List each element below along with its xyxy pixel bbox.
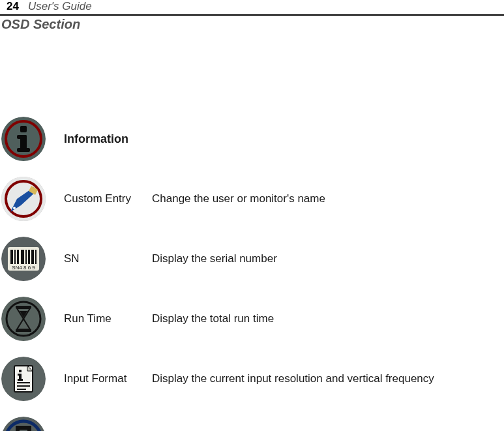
svg-rect-5: [17, 135, 27, 139]
page-header: 24 User's Guide: [0, 0, 504, 16]
svg-rect-11: [10, 250, 13, 264]
section-title: OSD Section: [0, 16, 504, 32]
svg-rect-14: [21, 250, 24, 264]
svg-text:SN4 8 6 9: SN4 8 6 9: [12, 265, 35, 271]
item-label: Input Format: [64, 372, 152, 385]
item-label: SN: [64, 252, 152, 265]
item-label: Run Time: [64, 312, 152, 325]
hourglass-icon: [1, 297, 46, 341]
row-heading: Information: [0, 117, 504, 161]
svg-rect-17: [31, 250, 34, 264]
item-desc: Display the serial number: [152, 252, 277, 265]
item-label: Custom Entry: [64, 192, 152, 205]
row-input-format: Input Format Display the current input r…: [0, 357, 504, 401]
page-number: 24: [7, 0, 19, 13]
svg-rect-31: [18, 379, 23, 381]
svg-rect-16: [28, 250, 30, 264]
section-heading: Information: [64, 132, 152, 146]
pen-icon: [1, 177, 46, 221]
svg-rect-29: [19, 370, 22, 372]
svg-rect-2: [20, 126, 27, 132]
guide-title: User's Guide: [28, 0, 92, 13]
svg-rect-12: [14, 250, 16, 264]
svg-rect-18: [35, 250, 37, 264]
document-info-icon: [1, 357, 46, 401]
info-icon: [1, 117, 46, 161]
item-desc: Display the total run time: [152, 312, 274, 325]
barcode-icon: SN4 8 6 9: [1, 237, 46, 281]
item-desc: Display the current input resolution and…: [152, 372, 434, 385]
svg-rect-4: [17, 148, 30, 152]
row-run-time: Run Time Display the total run time: [0, 297, 504, 341]
svg-rect-32: [18, 374, 22, 376]
svg-rect-13: [17, 250, 19, 264]
osd-info-table: Information Custom Entry Change the user…: [0, 32, 504, 431]
item-desc: Change the user or monitor's name: [152, 192, 325, 205]
exit-icon: [1, 417, 46, 431]
row-exit: Exit Exit the menu: [0, 417, 504, 431]
row-custom-entry: Custom Entry Change the user or monitor'…: [0, 177, 504, 221]
row-sn: SN4 8 6 9 SN Display the serial number: [0, 237, 504, 281]
svg-rect-15: [25, 250, 27, 264]
svg-point-8: [13, 207, 16, 209]
